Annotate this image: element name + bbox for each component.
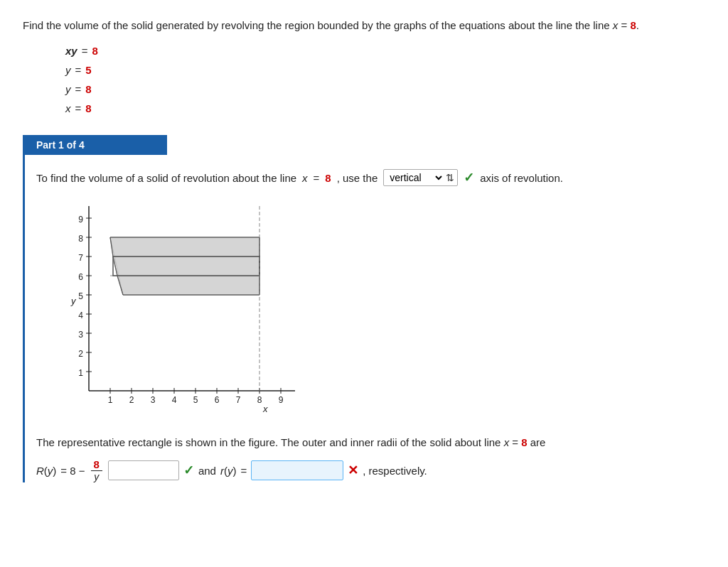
axis-type-dropdown[interactable]: vertical horizontal <box>387 171 444 184</box>
problem-text: Find the volume of the solid generated b… <box>23 19 572 31</box>
caption-text2: are <box>530 436 546 448</box>
figure-caption: The representative rectangle is shown in… <box>36 434 705 451</box>
eq1-label: = 8 − <box>60 465 85 477</box>
svg-text:1: 1 <box>108 395 113 405</box>
fraction-numerator: 8 <box>91 458 102 471</box>
ry-label: r(y) <box>220 465 237 477</box>
x-error-icon: ✕ <box>348 463 358 478</box>
part-banner: Part 1 of 4 <box>25 135 167 155</box>
dropdown-arrow-icon: ⇅ <box>446 172 454 183</box>
eq-line-3: y = 8 <box>65 80 705 99</box>
fraction-denominator: y <box>91 471 102 482</box>
svg-text:7: 7 <box>78 253 83 263</box>
svg-marker-43 <box>110 237 259 256</box>
eq-line-4: x = 8 <box>65 99 705 118</box>
svg-text:4: 4 <box>78 310 83 320</box>
equations-block: xy = 8 y = 5 y = 8 x = 8 <box>65 41 705 118</box>
svg-text:9: 9 <box>78 215 83 225</box>
eq-line-2: y = 5 <box>65 60 705 80</box>
Ry-label: R(y) <box>36 465 56 477</box>
svg-text:x: x <box>262 404 268 414</box>
svg-text:2: 2 <box>78 349 83 359</box>
eq2-label: = <box>240 465 247 477</box>
Ry-input[interactable] <box>108 460 179 480</box>
svg-marker-42 <box>113 256 259 276</box>
svg-text:4: 4 <box>172 395 177 405</box>
svg-text:6: 6 <box>78 272 83 282</box>
svg-text:8: 8 <box>257 395 262 405</box>
svg-text:3: 3 <box>78 330 83 340</box>
svg-text:9: 9 <box>279 395 284 405</box>
svg-text:6: 6 <box>215 395 220 405</box>
instructions-text3: axis of revolution. <box>480 172 563 184</box>
svg-marker-41 <box>117 276 259 295</box>
fraction: 8 y <box>91 458 102 482</box>
caption-text1: The representative rectangle is shown in… <box>36 436 500 448</box>
svg-text:5: 5 <box>193 395 198 405</box>
problem-statement: Find the volume of the solid generated b… <box>23 17 705 34</box>
svg-text:3: 3 <box>151 395 156 405</box>
svg-text:2: 2 <box>129 395 134 405</box>
svg-text:7: 7 <box>236 395 241 405</box>
chart-area: 1 2 3 4 5 6 7 8 9 1 2 3 4 5 6 7 8 9 x y <box>53 199 309 419</box>
answer-row: R(y) = 8 − 8 y ✓ and r(y) = ✕ , respecti… <box>36 458 705 482</box>
svg-text:1: 1 <box>78 368 83 378</box>
chart-svg: 1 2 3 4 5 6 7 8 9 1 2 3 4 5 6 7 8 9 x y <box>53 199 309 419</box>
svg-text:y: y <box>70 296 77 306</box>
respectively-label: , respectively. <box>363 465 427 477</box>
axis-type-select-box[interactable]: vertical horizontal ⇅ <box>383 169 458 186</box>
ry-check-icon[interactable]: ✓ <box>183 463 194 478</box>
part-section: Part 1 of 4 To find the volume of a soli… <box>23 135 705 482</box>
svg-text:5: 5 <box>78 291 83 301</box>
check-icon[interactable]: ✓ <box>464 170 474 185</box>
ry-input[interactable] <box>251 460 343 480</box>
svg-text:8: 8 <box>78 234 83 244</box>
eq-line-1: xy = 8 <box>65 41 705 60</box>
instructions-text1: To find the volume of a solid of revolut… <box>36 172 296 184</box>
instructions-text2: , use the <box>337 172 378 184</box>
and-label: and <box>198 465 216 477</box>
instructions-row: To find the volume of a solid of revolut… <box>36 169 705 186</box>
